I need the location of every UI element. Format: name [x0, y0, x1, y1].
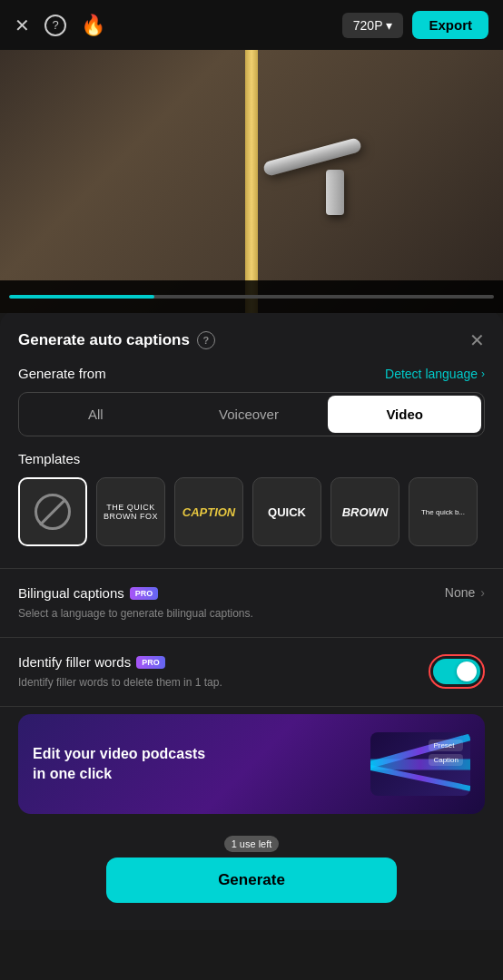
bilingual-option-left: Bilingual captions Pro Select a language…: [18, 585, 445, 621]
template-thequickbrownfox[interactable]: THE QUICKBROWN FOX: [96, 477, 165, 546]
filler-title-row: Identify filler words Pro: [18, 654, 429, 670]
bilingual-captions-row: Bilingual captions Pro Select a language…: [0, 573, 503, 633]
quality-chevron: ▾: [386, 18, 392, 33]
timeline-progress: [9, 295, 154, 299]
door-handle: [262, 150, 362, 215]
generate-from-row: Generate from Detect language ›: [18, 366, 485, 381]
handle-base: [326, 170, 344, 215]
video-preview: [0, 50, 503, 313]
generate-from-label: Generate from: [18, 366, 106, 381]
close-icon[interactable]: ✕: [15, 15, 30, 36]
filler-pro-badge: Pro: [136, 656, 165, 669]
source-voiceover-button[interactable]: Voiceover: [173, 393, 326, 436]
filler-toggle-container: [429, 654, 485, 689]
template-brown[interactable]: BROWN: [330, 477, 399, 546]
panel-help-icon[interactable]: ?: [197, 331, 215, 349]
panel-title-text: Generate auto captions: [18, 331, 190, 349]
promo-tag-2: Caption: [429, 754, 463, 766]
source-buttons-group: All Voiceover Video: [18, 392, 485, 436]
template-text-thequickb: The quick b...: [421, 508, 465, 516]
template-text-quick: QUICK: [268, 505, 306, 519]
handle-bar: [262, 137, 362, 177]
source-all-button[interactable]: All: [19, 393, 173, 436]
top-bar-left: ✕ ? 🔥: [15, 14, 105, 37]
divider-1: [0, 568, 503, 569]
template-text-brown: BROWN: [342, 505, 389, 519]
help-symbol: ?: [52, 18, 58, 32]
template-none[interactable]: [18, 477, 87, 546]
bilingual-title: Bilingual captions: [18, 585, 124, 601]
source-video-button[interactable]: Video: [328, 396, 481, 433]
promo-tag-1: Preset: [429, 740, 463, 751]
top-bar: ✕ ? 🔥 720P ▾ Export: [0, 0, 503, 50]
detect-language-text: Detect language: [385, 367, 478, 381]
detect-language-button[interactable]: Detect language ›: [385, 367, 485, 381]
filler-subtitle: Identify filler words to delete them in …: [18, 676, 222, 689]
generate-area: 1 use left Generate: [0, 828, 503, 930]
top-bar-right: 720P ▾ Export: [342, 11, 488, 39]
panel-title-container: Generate auto captions ?: [18, 331, 215, 349]
template-none-icon: [35, 494, 71, 530]
divider-3: [0, 706, 503, 707]
help-icon[interactable]: ?: [44, 15, 66, 36]
divider-2: [0, 637, 503, 638]
panel-header: Generate auto captions ? ✕: [0, 311, 503, 366]
generate-button[interactable]: Generate: [106, 858, 397, 903]
template-quick[interactable]: QUICK: [252, 477, 321, 546]
panel-help-symbol: ?: [203, 335, 210, 346]
bilingual-pro-badge: Pro: [130, 587, 159, 600]
export-button[interactable]: Export: [412, 11, 488, 39]
generate-captions-panel: Generate auto captions ? ✕ Generate from…: [0, 311, 503, 930]
bilingual-value: None: [445, 585, 475, 600]
flame-icon: 🔥: [81, 14, 105, 37]
bilingual-title-row: Bilingual captions Pro: [18, 585, 445, 601]
uses-left-badge: 1 use left: [224, 836, 280, 852]
templates-label: Templates: [18, 451, 485, 466]
filler-words-row: Identify filler words Pro Identify fille…: [0, 642, 503, 702]
detect-language-chevron: ›: [481, 368, 485, 380]
video-timeline-bar: [0, 280, 503, 313]
door-background: [0, 50, 503, 313]
quality-button[interactable]: 720P ▾: [342, 13, 404, 38]
templates-section: Templates THE QUICKBROWN FOX CAPTION QUI…: [0, 451, 503, 564]
filler-toggle[interactable]: [433, 659, 480, 684]
filler-title: Identify filler words: [18, 654, 131, 670]
quality-label: 720P: [353, 18, 383, 33]
panel-close-icon[interactable]: ✕: [469, 329, 485, 351]
gold-stripe: [245, 50, 258, 313]
timeline[interactable]: [9, 295, 494, 299]
generate-from-section: Generate from Detect language › All Voic…: [0, 366, 503, 451]
bilingual-option-right[interactable]: None ›: [445, 585, 485, 600]
template-text-caption: CAPTION: [182, 505, 236, 519]
toggle-knob: [457, 662, 477, 681]
promo-banner[interactable]: Edit your video podcasts in one click Pr…: [18, 714, 485, 814]
promo-visual: Preset Caption: [370, 732, 470, 796]
template-text-thequickbrownfox: THE QUICKBROWN FOX: [100, 499, 162, 524]
promo-tags: Preset Caption: [429, 740, 463, 766]
bilingual-chevron: ›: [480, 585, 485, 600]
template-thequickb[interactable]: The quick b...: [409, 477, 478, 546]
bilingual-subtitle: Select a language to generate bilingual …: [18, 607, 253, 620]
promo-text: Edit your video podcasts in one click: [33, 744, 214, 785]
templates-scroll: THE QUICKBROWN FOX CAPTION QUICK BROWN T…: [18, 477, 485, 550]
template-caption[interactable]: CAPTION: [174, 477, 243, 546]
filler-words-left: Identify filler words Pro Identify fille…: [18, 654, 429, 690]
